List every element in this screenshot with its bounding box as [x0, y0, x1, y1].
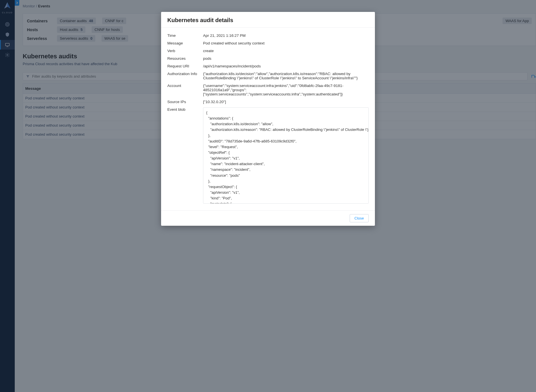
- detail-val-account: {"username":"system:serviceaccount:infra…: [203, 84, 369, 96]
- modal-title: Kubernetes audit details: [167, 17, 369, 24]
- detail-key-source-ips: Source IPs: [167, 100, 203, 104]
- detail-key-account: Account: [167, 84, 203, 96]
- detail-val-verb: create: [203, 49, 369, 53]
- detail-val-message: Pod created without security context: [203, 41, 369, 45]
- detail-key-message: Message: [167, 41, 203, 45]
- event-blob-box[interactable]: { "annotations": { "authorization.k8s.io…: [203, 107, 369, 204]
- detail-key-verb: Verb: [167, 49, 203, 53]
- detail-val-authz: {"authorization.k8s.io/decision":"allow"…: [203, 72, 369, 80]
- detail-key-resources: Resources: [167, 56, 203, 61]
- detail-val-request-uri: /api/v1/namespaces/incident/pods: [203, 64, 369, 68]
- audit-details-modal: Kubernetes audit details TimeApr 21, 202…: [161, 12, 375, 226]
- detail-key-event-blob: Event blob: [167, 107, 203, 204]
- detail-val-resources: pods: [203, 56, 369, 61]
- modal-footer: Close: [161, 210, 375, 226]
- modal-header: Kubernetes audit details: [161, 12, 375, 28]
- modal-overlay[interactable]: Kubernetes audit details TimeApr 21, 202…: [0, 0, 536, 392]
- detail-key-request-uri: Request URI: [167, 64, 203, 68]
- modal-body: TimeApr 21, 2021 1:16:27 PM MessagePod c…: [161, 28, 375, 210]
- detail-val-source-ips: ["10.32.0.20"]: [203, 100, 369, 104]
- close-button[interactable]: Close: [350, 214, 369, 222]
- detail-key-authz: Authorization Info: [167, 72, 203, 80]
- detail-val-time: Apr 21, 2021 1:16:27 PM: [203, 33, 369, 38]
- detail-key-time: Time: [167, 33, 203, 38]
